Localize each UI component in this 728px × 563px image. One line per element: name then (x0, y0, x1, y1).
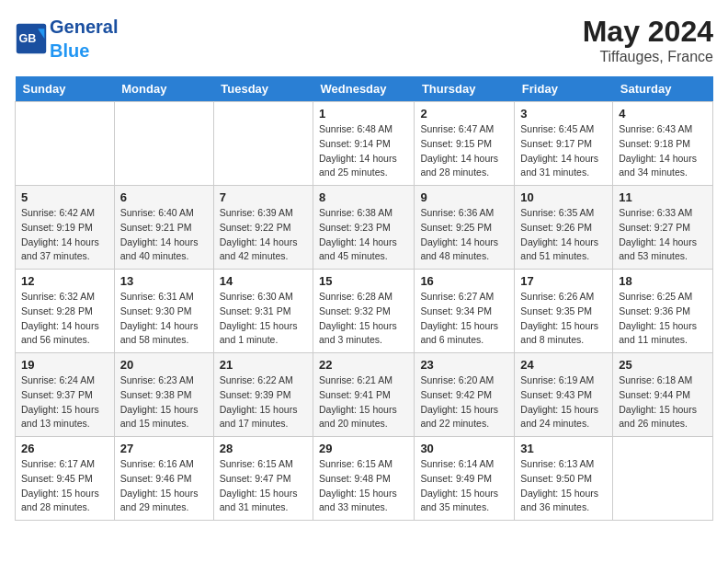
day-header: Monday (114, 76, 213, 102)
day-header: Friday (515, 76, 613, 102)
logo-general: General (50, 17, 118, 37)
calendar-day-cell: 20Sunrise: 6:23 AMSunset: 9:38 PMDayligh… (114, 353, 213, 437)
day-number: 28 (220, 442, 307, 455)
month-year: May 2024 (583, 15, 713, 49)
calendar-day-cell: 26Sunrise: 6:17 AMSunset: 9:45 PMDayligh… (16, 437, 115, 521)
day-info: Sunrise: 6:25 AMSunset: 9:36 PMDaylight:… (619, 290, 707, 348)
day-info: Sunrise: 6:14 AMSunset: 9:49 PMDaylight:… (420, 457, 508, 515)
calendar-day-cell: 22Sunrise: 6:21 AMSunset: 9:41 PMDayligh… (313, 353, 415, 437)
calendar-day-cell (613, 437, 713, 521)
calendar-day-cell: 3Sunrise: 6:45 AMSunset: 9:17 PMDaylight… (515, 102, 613, 186)
logo-icon: GB (15, 22, 48, 55)
day-number: 7 (220, 190, 307, 204)
day-number: 13 (120, 274, 208, 288)
svg-text:GB: GB (19, 32, 37, 45)
day-number: 25 (619, 358, 707, 372)
day-info: Sunrise: 6:28 AMSunset: 9:32 PMDaylight:… (319, 290, 408, 348)
day-number: 6 (120, 190, 208, 204)
calendar-table: SundayMondayTuesdayWednesdayThursdayFrid… (15, 76, 713, 521)
calendar-day-cell: 28Sunrise: 6:15 AMSunset: 9:47 PMDayligh… (213, 437, 313, 521)
day-header: Saturday (613, 76, 713, 102)
day-number: 22 (319, 358, 408, 372)
day-number: 1 (319, 107, 408, 121)
day-number: 11 (619, 190, 707, 204)
day-number: 27 (120, 442, 208, 455)
day-info: Sunrise: 6:16 AMSunset: 9:46 PMDaylight:… (120, 457, 208, 515)
calendar-day-cell: 23Sunrise: 6:20 AMSunset: 9:42 PMDayligh… (415, 353, 515, 437)
calendar-day-cell (16, 102, 115, 186)
day-info: Sunrise: 6:32 AMSunset: 9:28 PMDaylight:… (21, 290, 108, 348)
day-number: 18 (619, 274, 707, 288)
day-number: 26 (21, 442, 108, 455)
calendar-day-cell: 29Sunrise: 6:15 AMSunset: 9:48 PMDayligh… (313, 437, 415, 521)
day-info: Sunrise: 6:21 AMSunset: 9:41 PMDaylight:… (319, 373, 408, 431)
day-info: Sunrise: 6:20 AMSunset: 9:42 PMDaylight:… (420, 373, 508, 431)
calendar-day-cell: 13Sunrise: 6:31 AMSunset: 9:30 PMDayligh… (114, 270, 213, 353)
calendar-week-row: 26Sunrise: 6:17 AMSunset: 9:45 PMDayligh… (16, 437, 713, 521)
day-info: Sunrise: 6:23 AMSunset: 9:38 PMDaylight:… (120, 373, 208, 431)
calendar-day-cell: 4Sunrise: 6:43 AMSunset: 9:18 PMDaylight… (613, 102, 713, 186)
calendar-day-cell: 31Sunrise: 6:13 AMSunset: 9:50 PMDayligh… (515, 437, 613, 521)
day-number: 29 (319, 442, 408, 455)
title-block: May 2024 Tiffauges, France (583, 15, 713, 65)
day-number: 10 (520, 190, 607, 204)
calendar-day-cell: 10Sunrise: 6:35 AMSunset: 9:26 PMDayligh… (515, 186, 613, 270)
calendar-day-cell: 7Sunrise: 6:39 AMSunset: 9:22 PMDaylight… (213, 186, 313, 270)
day-info: Sunrise: 6:42 AMSunset: 9:19 PMDaylight:… (21, 206, 108, 264)
day-info: Sunrise: 6:35 AMSunset: 9:26 PMDaylight:… (520, 206, 607, 264)
day-header: Sunday (16, 76, 115, 102)
calendar-day-cell: 24Sunrise: 6:19 AMSunset: 9:43 PMDayligh… (515, 353, 613, 437)
day-number: 9 (420, 190, 508, 204)
day-number: 5 (21, 190, 108, 204)
day-number: 14 (220, 274, 307, 288)
day-header: Thursday (415, 76, 515, 102)
day-info: Sunrise: 6:15 AMSunset: 9:47 PMDaylight:… (220, 457, 307, 515)
day-number: 12 (21, 274, 108, 288)
day-info: Sunrise: 6:18 AMSunset: 9:44 PMDaylight:… (619, 373, 707, 431)
day-number: 16 (420, 274, 508, 288)
day-header: Tuesday (213, 76, 313, 102)
calendar-header-row: SundayMondayTuesdayWednesdayThursdayFrid… (16, 76, 713, 102)
day-number: 20 (120, 358, 208, 372)
calendar-day-cell: 11Sunrise: 6:33 AMSunset: 9:27 PMDayligh… (613, 186, 713, 270)
calendar-day-cell: 27Sunrise: 6:16 AMSunset: 9:46 PMDayligh… (114, 437, 213, 521)
calendar-day-cell: 6Sunrise: 6:40 AMSunset: 9:21 PMDaylight… (114, 186, 213, 270)
day-info: Sunrise: 6:17 AMSunset: 9:45 PMDaylight:… (21, 457, 108, 515)
logo-blue: Blue (50, 40, 89, 61)
calendar-day-cell (213, 102, 313, 186)
calendar-day-cell: 17Sunrise: 6:26 AMSunset: 9:35 PMDayligh… (515, 270, 613, 353)
logo: GB General Blue (15, 15, 118, 63)
day-info: Sunrise: 6:33 AMSunset: 9:27 PMDaylight:… (619, 206, 707, 264)
day-number: 30 (420, 442, 508, 455)
day-number: 8 (319, 190, 408, 204)
day-header: Wednesday (313, 76, 415, 102)
calendar-day-cell: 15Sunrise: 6:28 AMSunset: 9:32 PMDayligh… (313, 270, 415, 353)
day-info: Sunrise: 6:40 AMSunset: 9:21 PMDaylight:… (120, 206, 208, 264)
day-info: Sunrise: 6:30 AMSunset: 9:31 PMDaylight:… (220, 290, 307, 348)
calendar-day-cell: 1Sunrise: 6:48 AMSunset: 9:14 PMDaylight… (313, 102, 415, 186)
location: Tiffauges, France (583, 49, 713, 65)
day-number: 23 (420, 358, 508, 372)
day-info: Sunrise: 6:47 AMSunset: 9:15 PMDaylight:… (420, 122, 508, 180)
calendar-day-cell: 25Sunrise: 6:18 AMSunset: 9:44 PMDayligh… (613, 353, 713, 437)
day-info: Sunrise: 6:39 AMSunset: 9:22 PMDaylight:… (220, 206, 307, 264)
day-info: Sunrise: 6:48 AMSunset: 9:14 PMDaylight:… (319, 122, 408, 180)
calendar-day-cell: 21Sunrise: 6:22 AMSunset: 9:39 PMDayligh… (213, 353, 313, 437)
calendar-day-cell: 2Sunrise: 6:47 AMSunset: 9:15 PMDaylight… (415, 102, 515, 186)
day-info: Sunrise: 6:45 AMSunset: 9:17 PMDaylight:… (520, 122, 607, 180)
page-header: GB General Blue May 2024 Tiffauges, Fran… (15, 15, 713, 65)
calendar-day-cell: 19Sunrise: 6:24 AMSunset: 9:37 PMDayligh… (16, 353, 115, 437)
day-info: Sunrise: 6:27 AMSunset: 9:34 PMDaylight:… (420, 290, 508, 348)
day-info: Sunrise: 6:13 AMSunset: 9:50 PMDaylight:… (520, 457, 607, 515)
calendar-day-cell: 18Sunrise: 6:25 AMSunset: 9:36 PMDayligh… (613, 270, 713, 353)
day-number: 15 (319, 274, 408, 288)
day-info: Sunrise: 6:24 AMSunset: 9:37 PMDaylight:… (21, 373, 108, 431)
day-number: 19 (21, 358, 108, 372)
calendar-week-row: 5Sunrise: 6:42 AMSunset: 9:19 PMDaylight… (16, 186, 713, 270)
day-info: Sunrise: 6:26 AMSunset: 9:35 PMDaylight:… (520, 290, 607, 348)
calendar-day-cell: 9Sunrise: 6:36 AMSunset: 9:25 PMDaylight… (415, 186, 515, 270)
calendar-day-cell: 12Sunrise: 6:32 AMSunset: 9:28 PMDayligh… (16, 270, 115, 353)
day-info: Sunrise: 6:38 AMSunset: 9:23 PMDaylight:… (319, 206, 408, 264)
day-number: 21 (220, 358, 307, 372)
calendar-day-cell: 8Sunrise: 6:38 AMSunset: 9:23 PMDaylight… (313, 186, 415, 270)
